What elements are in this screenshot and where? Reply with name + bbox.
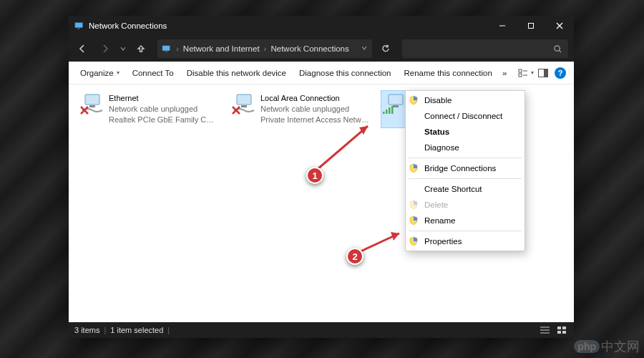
svg-rect-11 (519, 69, 522, 72)
svg-rect-21 (237, 95, 251, 105)
ctx-separator (409, 231, 522, 231)
breadcrumb-separator: › (176, 44, 179, 53)
svg-rect-22 (241, 105, 247, 107)
ctx-rename[interactable]: Rename (406, 213, 525, 228)
preview-pane-button[interactable] (535, 65, 551, 81)
ctx-separator (409, 178, 522, 179)
svg-rect-17 (85, 95, 99, 105)
svg-rect-18 (89, 105, 95, 107)
address-dropdown-icon[interactable] (361, 44, 368, 53)
svg-rect-25 (389, 95, 403, 105)
svg-rect-2 (77, 29, 80, 29)
large-icons-view-button[interactable] (555, 324, 568, 336)
svg-rect-40 (557, 331, 561, 334)
ctx-separator (409, 158, 522, 158)
shield-icon (409, 216, 419, 226)
svg-point-9 (555, 45, 560, 50)
ctx-bridge[interactable]: Bridge Connections (406, 160, 525, 176)
connection-status: Network cable unplugged (260, 104, 369, 115)
ctx-properties[interactable]: Properties (406, 233, 525, 249)
minimize-button[interactable] (488, 16, 517, 36)
ctx-diagnose[interactable]: Diagnose (406, 140, 525, 155)
svg-line-10 (559, 50, 561, 52)
view-options-button[interactable]: ▾ (518, 65, 534, 81)
titlebar: Network Connections (69, 16, 574, 36)
overflow-button[interactable]: » (499, 66, 509, 80)
content-area[interactable]: Ethernet Network cable unplugged Realtek… (69, 84, 574, 322)
ctx-delete: Delete (406, 197, 525, 213)
annotation-marker-1: 1 (306, 167, 323, 184)
svg-rect-26 (393, 105, 399, 107)
disable-device-button[interactable]: Disable this network device (181, 66, 292, 80)
help-button[interactable]: ? (552, 65, 568, 81)
svg-rect-0 (75, 23, 83, 28)
shield-icon (409, 236, 419, 246)
connection-name: Local Area Connection (260, 93, 369, 104)
location-icon (162, 44, 172, 54)
svg-rect-16 (544, 69, 548, 77)
details-view-button[interactable] (538, 324, 551, 336)
annotation-arrow-1 (312, 120, 376, 174)
diagnose-button[interactable]: Diagnose this connection (293, 66, 397, 80)
window-title: Network Connections (89, 21, 167, 30)
svg-rect-39 (562, 326, 566, 329)
shield-icon (409, 163, 419, 173)
svg-rect-30 (391, 106, 394, 114)
status-selected-count: 1 item selected (110, 326, 163, 334)
connect-to-button[interactable]: Connect To (127, 66, 180, 80)
svg-rect-12 (519, 74, 522, 77)
breadcrumb-item[interactable]: Network and Internet (183, 44, 260, 53)
breadcrumb-separator: › (264, 44, 267, 53)
shield-icon (409, 95, 419, 105)
organize-menu[interactable]: Organize▾ (74, 66, 125, 80)
close-button[interactable] (545, 16, 574, 36)
back-button[interactable] (72, 38, 93, 59)
wifi-signal-icon (382, 106, 394, 115)
forward-button[interactable] (94, 38, 116, 59)
recent-dropdown[interactable] (117, 38, 129, 59)
refresh-button[interactable] (375, 38, 396, 59)
connection-device: Realtek PCIe GbE Family Controller (109, 115, 218, 125)
context-menu: Disable Connect / Disconnect Status Diag… (405, 90, 525, 251)
watermark: php中文网 (574, 338, 640, 355)
window-icon (74, 21, 84, 31)
status-bar: 3 items | 1 item selected | (69, 322, 574, 338)
connection-item-ethernet[interactable]: Ethernet Network cable unplugged Realtek… (77, 90, 220, 128)
svg-rect-29 (389, 107, 391, 114)
help-icon: ? (555, 67, 566, 79)
network-connections-window: Network Connections › Network and Intern… (69, 16, 574, 338)
rename-button[interactable]: Rename this connection (398, 66, 497, 80)
search-box[interactable] (402, 39, 568, 58)
svg-rect-38 (557, 326, 561, 329)
search-icon (553, 44, 562, 54)
error-x-icon (80, 106, 89, 115)
svg-rect-4 (529, 24, 534, 29)
connection-name: Ethernet (109, 93, 218, 104)
shield-icon (409, 200, 419, 210)
svg-rect-41 (562, 331, 566, 334)
ctx-shortcut[interactable]: Create Shortcut (406, 181, 525, 197)
ctx-status[interactable]: Status (406, 124, 525, 140)
nav-toolbar: › Network and Internet › Network Connect… (69, 36, 574, 62)
svg-rect-27 (383, 112, 385, 114)
status-item-count: 3 items (74, 326, 99, 334)
breadcrumb-item[interactable]: Network Connections (270, 44, 348, 53)
command-bar: Organize▾ Connect To Disable this networ… (69, 62, 574, 84)
svg-rect-28 (386, 110, 388, 114)
up-button[interactable] (130, 38, 152, 59)
connection-status: Network cable unplugged (109, 104, 218, 115)
ctx-connect[interactable]: Connect / Disconnect (406, 108, 525, 124)
svg-rect-7 (162, 46, 170, 51)
address-bar[interactable]: › Network and Internet › Network Connect… (157, 39, 372, 58)
ctx-disable[interactable]: Disable (406, 92, 525, 108)
svg-rect-8 (165, 52, 167, 52)
maximize-button[interactable] (517, 16, 545, 36)
error-x-icon (232, 106, 240, 115)
svg-line-31 (318, 126, 368, 169)
annotation-marker-2: 2 (346, 248, 364, 265)
